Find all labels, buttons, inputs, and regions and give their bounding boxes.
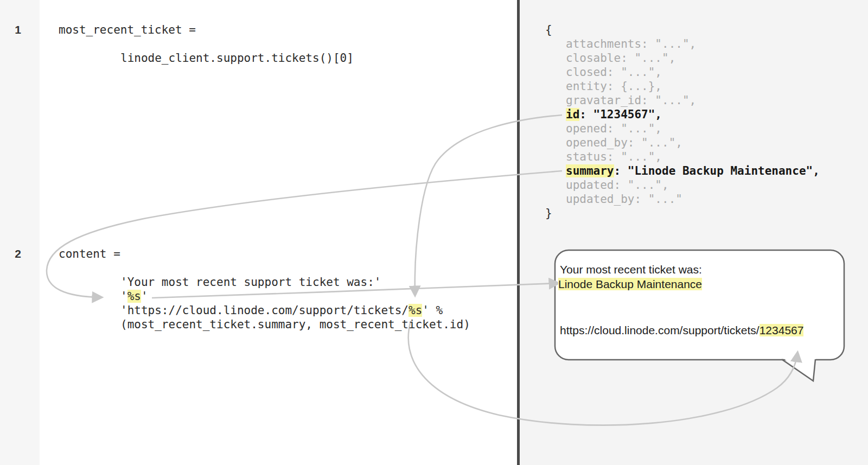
arrow-placeholder-to-output-summary [152,283,558,298]
arrow-id-to-url-placeholder [415,115,562,295]
arrow-summary-to-placeholder [47,171,562,297]
diagram-overlay [0,0,868,465]
speech-bubble [555,250,844,381]
